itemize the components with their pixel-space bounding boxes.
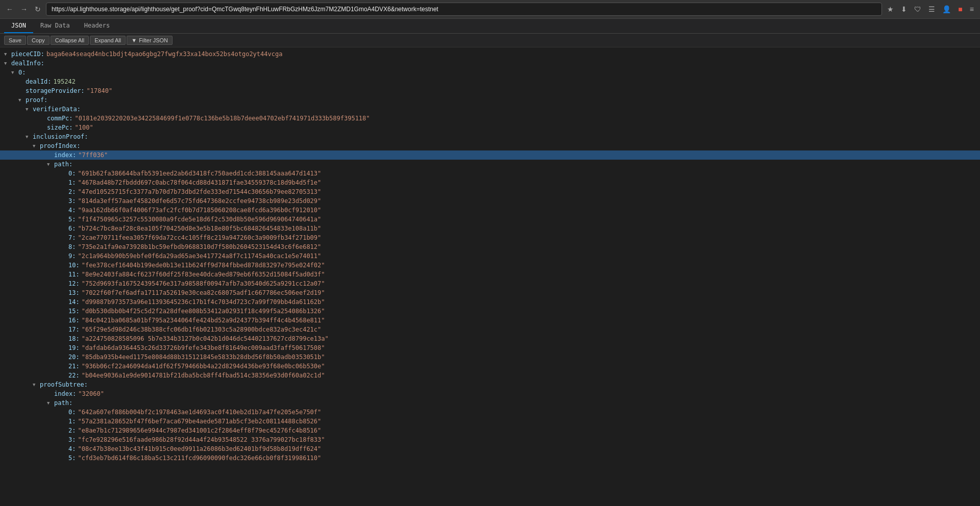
tab-json[interactable]: JSON (4, 19, 33, 33)
subtree-path-2-line: 2: "e8ae7b1c712989656e9944c7987ed341001c… (0, 426, 980, 435)
path-5-line: 5: "f1f4750965c3257c5530080a9fcde5e18d6f… (0, 215, 980, 224)
path-2-line: 2: "47ed10525715fc3377a7b70d7b73dbd2fde3… (0, 187, 980, 196)
proofIndex-index-value: "7ff036" (78, 151, 108, 159)
address-bar[interactable] (46, 3, 882, 16)
path-7-line: 7: "2cae770711feea3057f69da72cc4c105ff8c… (0, 233, 980, 242)
path-10-line: 10: "fee378cef16404b199ede0b13e11b624ff9… (0, 261, 980, 270)
subtree-path-3-line: 3: "fc7e928296e516faade986b28f92d44a4f24… (0, 435, 980, 444)
subtree-path-4-line: 4: "08c47b38ee13bc43f41b915c0eed9911a260… (0, 444, 980, 453)
profile-icon[interactable]: 👤 (940, 4, 953, 14)
back-button[interactable]: ← (4, 4, 15, 14)
path-6-line: 6: "b724c7bc8eaf28c8ea105f704250d8e3e5b1… (0, 224, 980, 233)
path-19-line: 19: "dafdab6da9364453c26d33726b9fefe343b… (0, 343, 980, 352)
path-11-line: 11: "8e9e2403fa884cf6237f60df25f83ee40dc… (0, 270, 980, 279)
save-button[interactable]: Save (4, 36, 26, 45)
sizePc-line: sizePc: "100" (0, 123, 980, 132)
bookmark-icon[interactable]: ★ (885, 4, 896, 14)
dealId-value: 195242 (54, 78, 76, 86)
proofIndex-line: ▼ proofIndex: (0, 141, 980, 150)
pieceCID-line: ▼ pieceCID: baga6ea4seaqd4nbc1bdjt4pao6g… (0, 49, 980, 59)
inclusionProof-toggle[interactable]: ▼ (26, 133, 33, 141)
storageProvider-line: storageProvider: "17840" (0, 86, 980, 95)
forward-button[interactable]: → (18, 4, 30, 14)
path-14-line: 14: "d99887b973573a96e11393645236c17b1f4… (0, 297, 980, 307)
collapse-all-button[interactable]: Collapse All (51, 36, 89, 45)
path-0-line: 0: "691b62fa386644bafb5391eed2ab6d3418fc… (0, 169, 980, 178)
path-16-line: 16: "84c0421ba0685a01bf795a2344064fe424b… (0, 316, 980, 325)
sizePc-value: "100" (75, 123, 93, 132)
copy-button[interactable]: Copy (27, 36, 50, 45)
filter-icon: ▼ (131, 37, 137, 43)
proofSubtree-index-line: index: "32060" (0, 389, 980, 398)
shield-icon[interactable]: 🛡 (912, 4, 923, 14)
toolbar: Save Copy Collapse All Expand All ▼ Filt… (0, 34, 980, 47)
verifierData-toggle[interactable]: ▼ (26, 105, 33, 113)
download-icon[interactable]: ⬇ (899, 4, 909, 14)
path-15-line: 15: "d0b530dbb0b4f25c5d2f2a28dfee808b534… (0, 307, 980, 316)
proofSubtree-index-value: "32060" (78, 390, 104, 398)
proof-toggle[interactable]: ▼ (18, 96, 26, 104)
path-9-line: 9: "2c1a964bb90b59ebfe0f6da29ad65ae3e417… (0, 251, 980, 261)
proof-line: ▼ proof: (0, 95, 980, 105)
tab-raw-data[interactable]: Raw Data (33, 19, 77, 33)
proofIndex-toggle[interactable]: ▼ (33, 142, 40, 150)
verifierData-line: ▼ verifierData: (0, 105, 980, 114)
proofIndex-path-line: ▼ path: (0, 160, 980, 169)
tabs-row: JSON Raw Data Headers (0, 19, 980, 34)
proofSubtree-line: ▼ proofSubtree: (0, 380, 980, 389)
subtree-path-0-line: 0: "642a607ef886b004bf2c1978463ae1d4693a… (0, 408, 980, 417)
proofSubtree-path-toggle[interactable]: ▼ (47, 399, 54, 407)
path-21-line: 21: "936b06cf22a46094da41df62f579466bb4a… (0, 362, 980, 371)
path-20-line: 20: "85dba935b4eed1175e8084d88b315121845… (0, 352, 980, 362)
path-13-line: 13: "7022f60f7ef6adfa17117a52619e30cea82… (0, 288, 980, 297)
path-4-line: 4: "9aa162db66f0af4006f73afc2fcf0b7d7185… (0, 206, 980, 215)
subtree-path-5-line: 5: "cfd3eb7bd614f86c18ba5c13c211fcd96090… (0, 453, 980, 463)
reload-button[interactable]: ↻ (33, 4, 43, 14)
pieceCID-value: baga6ea4seaqd4nbc1bdjt4pao6gbg27fwgfx33x… (46, 50, 282, 58)
commPc-value: "0181e2039220203e3422584699f1e0778c136be… (75, 114, 370, 122)
inclusionProof-line: ▼ inclusionProof: (0, 132, 980, 141)
subtree-path-1-line: 1: "57a2381a28652bf47f6bef7aca679be4aede… (0, 417, 980, 426)
commPc-line: commPc: "0181e2039220203e3422584699f1e07… (0, 114, 980, 123)
path-1-line: 1: "4678ad48b72fbddd697c0abc78f064cd88d4… (0, 178, 980, 187)
dealInfo-line: ▼ dealInfo: (0, 59, 980, 68)
proofSubtree-path-line: ▼ path: (0, 398, 980, 408)
json-content: ▼ pieceCID: baga6ea4seaqd4nbc1bdjt4pao6g… (0, 47, 980, 502)
menu-icon[interactable]: ≡ (968, 4, 976, 14)
filter-json-button[interactable]: ▼ Filter JSON (127, 36, 173, 45)
dealInfo-toggle[interactable]: ▼ (4, 59, 11, 67)
dealId-line: dealId: 195242 (0, 77, 980, 86)
proofIndex-path-toggle[interactable]: ▼ (47, 160, 54, 168)
path-8-line: 8: "735e2a1fa9ea73928b1bc59efbdb9688310d… (0, 242, 980, 251)
path-22-line: 22: "b04ee9036a1e9de9014781bf21dba5bcb8f… (0, 371, 980, 380)
dealInfo-0-toggle[interactable]: ▼ (11, 68, 18, 77)
storageProvider-value: "17840" (87, 87, 113, 95)
path-18-line: 18: "a224750828585096 5b7e334b3127b0c042… (0, 334, 980, 343)
browser-chrome: ← → ↻ ★ ⬇ 🛡 ☰ 👤 ■ ≡ (0, 0, 980, 19)
expand-all-button[interactable]: Expand All (90, 36, 126, 45)
nav-bar: ← → ↻ ★ ⬇ 🛡 ☰ 👤 ■ ≡ (0, 0, 980, 18)
pieceCID-toggle[interactable]: ▼ (4, 50, 11, 58)
extensions-icon[interactable]: ☰ (926, 4, 937, 14)
dealInfo-0-line: ▼ 0: (0, 68, 980, 77)
close-tab-icon[interactable]: ■ (956, 4, 964, 14)
tab-headers[interactable]: Headers (77, 19, 117, 33)
dealId-toggle (18, 78, 26, 86)
proofIndex-index-line: index: "7ff036" (0, 150, 980, 160)
path-12-line: 12: "752d9693fa167524395476e317a98588f00… (0, 279, 980, 288)
proofSubtree-toggle[interactable]: ▼ (33, 381, 40, 389)
path-17-line: 17: "65f29e5d98d246c38b388cfc06db1f6b021… (0, 325, 980, 334)
path-3-line: 3: "814da3eff57aaef45820dfe6d57c75fd6473… (0, 196, 980, 206)
